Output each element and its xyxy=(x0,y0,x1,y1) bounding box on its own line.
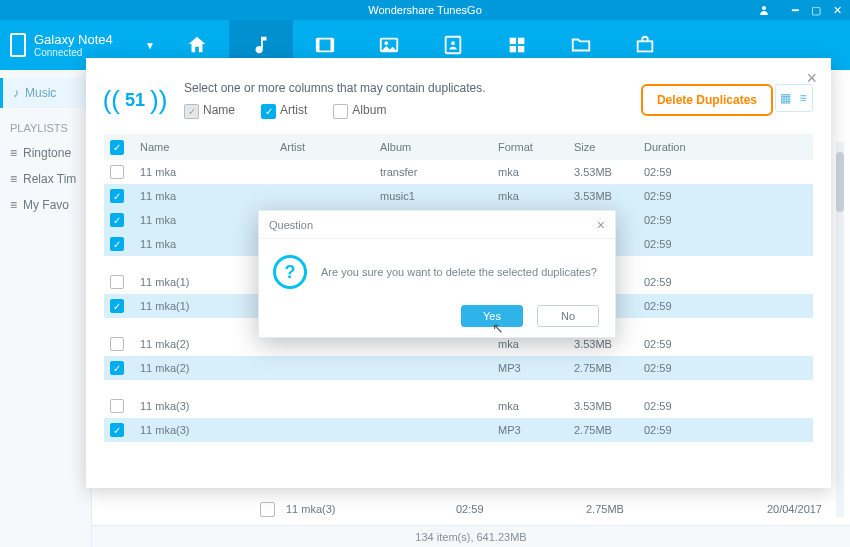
cell-format: mka xyxy=(492,400,568,412)
cell-name: 11 mka xyxy=(134,214,274,226)
view-toggle[interactable]: ▦≡ xyxy=(775,84,813,112)
cell-format: mka xyxy=(492,338,568,350)
dialog-close-icon[interactable]: × xyxy=(597,217,605,233)
col-check-album[interactable]: Album xyxy=(333,103,386,118)
svg-rect-2 xyxy=(317,39,320,52)
sidebar-tab-music[interactable]: ♪ Music xyxy=(0,78,91,108)
row-checkbox[interactable] xyxy=(110,423,124,437)
cell-duration: 02:59 xyxy=(638,300,708,312)
cell-name: 11 mka(1) xyxy=(134,300,274,312)
cell-name: 11 mka(3) xyxy=(134,424,274,436)
svg-rect-11 xyxy=(518,46,524,52)
device-name: Galaxy Note4 xyxy=(34,32,113,47)
cell-name: 11 mka(2) xyxy=(134,338,274,350)
grid-view-icon[interactable]: ▦ xyxy=(776,85,794,111)
sidebar: ♪ Music PLAYLISTS ≡Ringtone ≡Relax Tim ≡… xyxy=(0,70,92,547)
cell-size: 3.53MB xyxy=(568,338,638,350)
col-header-artist[interactable]: Artist xyxy=(274,141,374,153)
col-header-duration[interactable]: Duration xyxy=(638,141,708,153)
cell-size: 3.53MB xyxy=(568,190,638,202)
sidebar-item-relax[interactable]: ≡Relax Tim xyxy=(0,166,91,192)
cell-duration: 02:59 xyxy=(638,190,708,202)
row-checkbox[interactable] xyxy=(110,337,124,351)
table-row[interactable]: 11 mka(3)mka3.53MB02:59 xyxy=(104,394,813,418)
bg-row-checkbox[interactable] xyxy=(260,502,275,517)
svg-rect-3 xyxy=(331,39,334,52)
cell-duration: 02:59 xyxy=(638,238,708,250)
col-check-name[interactable]: Name xyxy=(184,103,235,118)
table-row[interactable]: 11 mkamusic1mka3.53MB02:59 xyxy=(104,184,813,208)
svg-rect-10 xyxy=(510,46,516,52)
user-icon[interactable] xyxy=(758,0,770,20)
cell-format: MP3 xyxy=(492,424,568,436)
svg-rect-9 xyxy=(518,38,524,44)
row-checkbox[interactable] xyxy=(110,189,124,203)
cell-size: 3.53MB xyxy=(568,400,638,412)
phone-icon xyxy=(10,33,26,57)
col-check-artist[interactable]: Artist xyxy=(261,103,307,118)
cell-name: 11 mka xyxy=(134,190,274,202)
table-row[interactable]: 11 mkatransfermka3.53MB02:59 xyxy=(104,160,813,184)
dialog-yes-button[interactable]: Yes xyxy=(461,305,523,327)
row-checkbox[interactable] xyxy=(110,399,124,413)
list-view-icon[interactable]: ≡ xyxy=(794,85,812,111)
chevron-down-icon: ▼ xyxy=(145,40,155,51)
playlists-header: PLAYLISTS xyxy=(0,108,91,140)
select-all-checkbox[interactable] xyxy=(110,140,124,155)
cell-name: 11 mka xyxy=(134,238,274,250)
duplicate-counter: (( 51 )) xyxy=(104,74,166,126)
dialog-title: Question xyxy=(269,219,313,231)
cell-name: 11 mka xyxy=(134,166,274,178)
dialog-no-button[interactable]: No xyxy=(537,305,599,327)
col-header-format[interactable]: Format xyxy=(492,141,568,153)
svg-point-5 xyxy=(384,41,388,45)
row-checkbox[interactable] xyxy=(110,237,124,251)
row-checkbox[interactable] xyxy=(110,361,124,375)
svg-point-7 xyxy=(451,41,455,45)
sidebar-music-label: Music xyxy=(25,86,56,100)
col-header-name[interactable]: Name xyxy=(134,141,274,153)
cell-format: mka xyxy=(492,166,568,178)
maximize-button[interactable]: ▢ xyxy=(811,4,821,17)
cell-duration: 02:59 xyxy=(638,424,708,436)
question-icon: ? xyxy=(273,255,307,289)
sidebar-item-ringtone[interactable]: ≡Ringtone xyxy=(0,140,91,166)
row-checkbox[interactable] xyxy=(110,275,124,289)
cell-duration: 02:59 xyxy=(638,276,708,288)
row-checkbox[interactable] xyxy=(110,213,124,227)
table-header: Name Artist Album Format Size Duration xyxy=(104,134,813,160)
cell-duration: 02:59 xyxy=(638,362,708,374)
app-title: Wondershare TunesGo xyxy=(368,4,482,16)
delete-duplicates-button[interactable]: Delete Duplicates xyxy=(641,84,773,116)
cell-name: 11 mka(2) xyxy=(134,362,274,374)
cell-name: 11 mka(1) xyxy=(134,276,274,288)
row-checkbox[interactable] xyxy=(110,299,124,313)
cell-duration: 02:59 xyxy=(638,400,708,412)
music-note-icon: ♪ xyxy=(13,86,19,100)
close-button[interactable]: ✕ xyxy=(833,4,842,17)
svg-rect-12 xyxy=(638,41,653,51)
table-row[interactable]: 11 mka(2)MP32.75MB02:59 xyxy=(104,356,813,380)
sidebar-item-favorites[interactable]: ≡My Favo xyxy=(0,192,91,218)
cell-size: 2.75MB xyxy=(568,362,638,374)
svg-rect-8 xyxy=(510,38,516,44)
title-bar: Wondershare TunesGo ━ ▢ ✕ xyxy=(0,0,850,20)
col-header-size[interactable]: Size xyxy=(568,141,638,153)
minimize-button[interactable]: ━ xyxy=(792,4,799,17)
scrollbar[interactable] xyxy=(836,142,844,517)
confirm-dialog: Question × ? Are you sure you want to de… xyxy=(258,210,616,338)
cell-format: mka xyxy=(492,190,568,202)
row-checkbox[interactable] xyxy=(110,165,124,179)
background-table-row: 11 mka(3) 02:59 2.75MB 20/04/2017 xyxy=(252,497,830,521)
cell-size: 2.75MB xyxy=(568,424,638,436)
svg-point-0 xyxy=(762,6,766,10)
cell-album: music1 xyxy=(374,190,492,202)
cell-format: MP3 xyxy=(492,362,568,374)
cell-album: transfer xyxy=(374,166,492,178)
cell-duration: 02:59 xyxy=(638,338,708,350)
status-bar: 134 item(s), 641.23MB xyxy=(92,525,850,547)
col-header-album[interactable]: Album xyxy=(374,141,492,153)
table-row[interactable]: 11 mka(3)MP32.75MB02:59 xyxy=(104,418,813,442)
cell-size: 3.53MB xyxy=(568,166,638,178)
cell-duration: 02:59 xyxy=(638,166,708,178)
